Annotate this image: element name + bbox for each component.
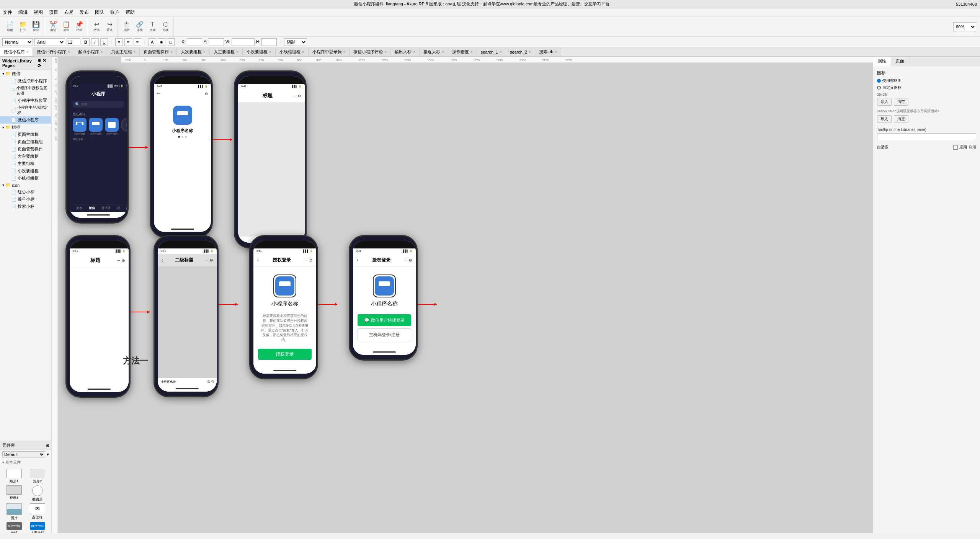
tree-item-main-frame2[interactable]: 📄 页面主组框组 <box>0 138 51 145</box>
tab-close-icon[interactable]: × <box>413 50 415 54</box>
widget-library-nav[interactable]: ▾ <box>47 452 49 457</box>
screen4-settings[interactable]: ⊙ <box>122 258 125 263</box>
tree-item-main-frame[interactable]: 📄 页面主组框 <box>0 131 51 138</box>
y-input[interactable] <box>209 38 224 46</box>
text-tool-btn[interactable]: T文本 <box>147 21 159 33</box>
redo-btn[interactable]: ↪重做 <box>103 21 116 33</box>
widget-rect3[interactable]: 矩形3 <box>3 485 25 502</box>
tab-close-large[interactable]: 接近大标 × <box>420 47 448 56</box>
tree-item-main-widget[interactable]: 📄 主要组框 <box>0 160 51 167</box>
new-file-btn[interactable]: 📄新建 <box>4 21 16 33</box>
screen4-menu[interactable]: ··· <box>117 258 120 263</box>
screen5-cancel-btn[interactable]: 取消 <box>207 380 214 384</box>
nav-item-me[interactable]: 我 <box>117 206 120 210</box>
save-btn[interactable]: 💾保存 <box>30 21 42 33</box>
tree-item-menu-icon[interactable]: 📄 菜单小标 <box>0 196 51 203</box>
tree-item-open-miniapp[interactable]: 📄 微信打开小程序 <box>0 77 51 85</box>
tab-search-tab[interactable]: 搜索tab × <box>535 47 561 56</box>
tab-close-icon[interactable]: × <box>384 50 387 54</box>
tab-close-icon[interactable]: × <box>470 50 473 54</box>
menu-item-文件[interactable]: 文件 <box>3 9 12 16</box>
screen3-menu[interactable]: ··· <box>293 94 296 98</box>
paste-btn[interactable]: 📌粘贴 <box>73 21 85 33</box>
widget-rect1[interactable]: 矩形1 <box>3 469 25 484</box>
h-input[interactable] <box>261 38 277 46</box>
clear-icon-btn[interactable]: 清空 <box>894 98 908 106</box>
miniapp-item1[interactable]: 小程序名称 <box>73 118 87 136</box>
tab-search2[interactable]: search_2 × <box>506 47 535 56</box>
tree-item-login-bind[interactable]: 📄 小程序中登录绑定权 <box>0 104 51 116</box>
underline-btn[interactable]: U <box>100 38 108 46</box>
clear-icon-btn2[interactable]: 清空 <box>894 115 908 123</box>
menu-item-发布[interactable]: 发布 <box>80 9 89 16</box>
tab-close-icon[interactable]: × <box>26 50 29 54</box>
border-btn[interactable]: □ <box>167 38 175 46</box>
tab-search1[interactable]: search_1 × <box>477 47 506 56</box>
tree-item-heart-icon[interactable]: 📄 红心小标 <box>0 188 51 196</box>
screen6-menu[interactable]: ··· <box>305 258 308 262</box>
miniapp-item2[interactable]: 小程序名称 <box>89 118 103 136</box>
font-size-input[interactable] <box>67 38 80 46</box>
tab-close-icon[interactable]: × <box>170 50 173 54</box>
screen7-wechat-btn[interactable]: 💬 微信用户快捷登录 <box>358 314 411 326</box>
tree-item-large-main[interactable]: 📄 大主要组框 <box>0 153 51 160</box>
tree-item-auth-location[interactable]: 📄 小程序中授权位置选项 <box>0 85 51 97</box>
tab-close-icon[interactable]: × <box>343 50 346 54</box>
tab-close-icon[interactable]: × <box>134 50 136 54</box>
nav-item-discover[interactable]: 朋友 <box>76 206 82 210</box>
italic-btn[interactable]: I <box>91 38 99 46</box>
tab-wechat-miniprogram[interactable]: 微信小程序 × <box>0 47 33 56</box>
screen6-auth-btn[interactable]: 授权登录 <box>258 349 312 360</box>
screen2-dots[interactable]: ··· <box>157 91 160 96</box>
tab-properties[interactable]: 属性 <box>873 57 891 66</box>
menu-item-视图[interactable]: 视图 <box>34 9 43 16</box>
screen5-settings[interactable]: ⊙ <box>210 258 213 262</box>
tab-login-ops[interactable]: 小程序中登录操 × <box>309 47 350 56</box>
use-thumbnail-option[interactable]: 使用缩略图 <box>877 78 976 83</box>
cut-btn[interactable]: ✂️剪切 <box>47 21 59 33</box>
menu-item-账户[interactable]: 账户 <box>110 9 119 16</box>
tab-large-widget[interactable]: 大次要组框 × <box>177 47 210 56</box>
align-left-btn[interactable]: ≡ <box>115 38 123 46</box>
menu-item-布局[interactable]: 布局 <box>64 9 74 16</box>
radio-thumbnail[interactable] <box>877 79 881 83</box>
undo-btn[interactable]: ↩撤销 <box>90 21 103 33</box>
tab-small-widget[interactable]: 小次要组框 × <box>243 47 276 56</box>
tab-close-icon[interactable]: × <box>555 50 557 54</box>
miniapp-item3[interactable]: 小程序名称 <box>105 118 119 136</box>
radio-custom[interactable] <box>877 86 881 90</box>
tab-output[interactable]: 输出大标 × <box>391 47 420 56</box>
connect-tool-btn[interactable]: 🔗连接 <box>134 21 146 33</box>
tab-close-icon[interactable]: × <box>269 50 271 54</box>
widget-button[interactable]: BUTTON 按钮 <box>3 522 25 533</box>
tree-item-wechat-miniapp[interactable]: 📄 微信小程序 <box>0 116 51 124</box>
shape-tool-btn[interactable]: ⬡形状 <box>160 21 172 33</box>
nav-item-wechat[interactable]: 微信 <box>89 206 95 210</box>
miniapp-item4[interactable]: ··· <box>121 118 127 136</box>
tab-close-icon[interactable]: × <box>68 50 70 54</box>
menu-item-项目[interactable]: 项目 <box>49 9 58 16</box>
align-center-btn[interactable]: ≡ <box>124 38 132 46</box>
select-tool-btn[interactable]: 🖱️选择 <box>121 21 133 33</box>
screen2-close[interactable]: ⊙ <box>205 91 208 96</box>
tab-close-icon[interactable]: × <box>529 50 531 54</box>
align-right-btn[interactable]: ≡ <box>134 38 141 46</box>
tab-wechat-app[interactable]: 微信计行小程序 × <box>33 47 74 56</box>
tab-page-frame[interactable]: 页面主组框 × <box>107 47 140 56</box>
tree-item-line-frame[interactable]: 📄 小线框组框 <box>0 175 51 182</box>
shadow-select[interactable]: 阴影 <box>284 38 307 46</box>
tree-section-wechat[interactable]: ▾ 📁 微信 <box>0 70 51 77</box>
w-input[interactable] <box>232 38 255 46</box>
menu-item-团队[interactable]: 团队 <box>95 9 104 16</box>
tab-close-icon[interactable]: × <box>236 50 238 54</box>
zoom-select[interactable]: 60% 100% 75% 50% <box>953 22 976 31</box>
custom-icon-option[interactable]: 自定义图标 <box>877 85 976 90</box>
copy-btn[interactable]: 📋复制 <box>60 21 72 33</box>
import-icon-btn[interactable]: 导入 <box>877 98 892 106</box>
widget-image[interactable]: 图片 <box>3 503 25 521</box>
tab-page[interactable]: 页面 <box>891 57 909 66</box>
tree-item-search-icon[interactable]: 📄 搜索小标 <box>0 203 51 210</box>
screen7-phone-btn[interactable]: 主机码登录/注册 <box>358 328 411 341</box>
tab-page-ops[interactable]: 页面管营操作 × <box>140 47 177 56</box>
bold-btn[interactable]: B <box>82 38 90 46</box>
